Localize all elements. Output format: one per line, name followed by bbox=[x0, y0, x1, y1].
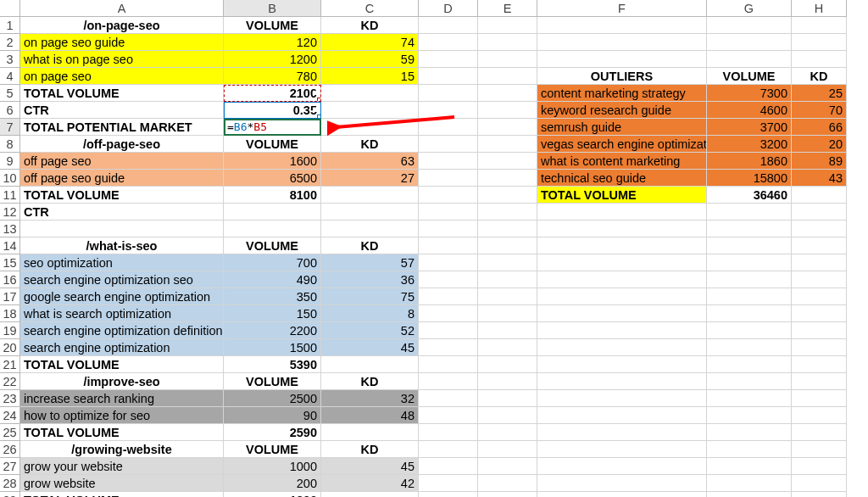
cell[interactable] bbox=[707, 17, 792, 34]
cell[interactable] bbox=[478, 153, 537, 170]
cell[interactable] bbox=[792, 373, 847, 390]
cell[interactable] bbox=[707, 322, 792, 339]
cell[interactable] bbox=[321, 85, 419, 102]
cell[interactable] bbox=[321, 204, 419, 221]
col-F[interactable]: F bbox=[537, 0, 707, 17]
cell[interactable] bbox=[478, 17, 537, 34]
row-17[interactable]: 17 bbox=[0, 288, 20, 305]
row-25[interactable]: 25 bbox=[0, 424, 20, 441]
cell[interactable]: 150 bbox=[224, 305, 321, 322]
cell[interactable] bbox=[478, 204, 537, 221]
cell[interactable] bbox=[537, 458, 707, 475]
row-19[interactable]: 19 bbox=[0, 322, 20, 339]
cell[interactable]: KD bbox=[321, 441, 419, 458]
cell[interactable]: 45 bbox=[321, 339, 419, 356]
cell[interactable] bbox=[707, 305, 792, 322]
cell[interactable] bbox=[419, 136, 478, 153]
cell[interactable]: /what-is-seo bbox=[20, 237, 224, 254]
cell[interactable] bbox=[707, 51, 792, 68]
cell[interactable] bbox=[478, 187, 537, 204]
cell[interactable] bbox=[792, 221, 847, 237]
cell[interactable]: 25 bbox=[792, 85, 847, 102]
cell[interactable] bbox=[707, 237, 792, 254]
row-15[interactable]: 15 bbox=[0, 254, 20, 271]
cell[interactable] bbox=[707, 458, 792, 475]
cell[interactable]: 48 bbox=[321, 407, 419, 424]
cell[interactable]: 3200 bbox=[707, 136, 792, 153]
cell[interactable] bbox=[792, 17, 847, 34]
row-8[interactable]: 8 bbox=[0, 136, 20, 153]
col-G[interactable]: G bbox=[707, 0, 792, 17]
cell[interactable] bbox=[419, 51, 478, 68]
cell[interactable] bbox=[419, 373, 478, 390]
cell[interactable]: VOLUME bbox=[224, 441, 321, 458]
cell[interactable]: VOLUME bbox=[224, 17, 321, 34]
cell[interactable] bbox=[419, 85, 478, 102]
cell[interactable] bbox=[419, 424, 478, 441]
cell[interactable]: 1200 bbox=[224, 492, 321, 497]
cell[interactable] bbox=[419, 271, 478, 288]
cell[interactable]: 63 bbox=[321, 153, 419, 170]
cell[interactable] bbox=[224, 204, 321, 221]
row-1[interactable]: 1 bbox=[0, 17, 20, 34]
col-D[interactable]: D bbox=[419, 0, 478, 17]
row-22[interactable]: 22 bbox=[0, 373, 20, 390]
cell[interactable]: search engine optimization definition bbox=[20, 322, 224, 339]
cell[interactable]: 6500 bbox=[224, 170, 321, 187]
cell[interactable]: on page seo bbox=[20, 68, 224, 85]
cell[interactable]: grow your website bbox=[20, 458, 224, 475]
cell[interactable]: 7300 bbox=[707, 85, 792, 102]
cell[interactable]: VOLUME bbox=[224, 136, 321, 153]
cell[interactable]: 2500 bbox=[224, 390, 321, 407]
cell[interactable] bbox=[419, 17, 478, 34]
cell[interactable]: TOTAL VOLUME bbox=[20, 424, 224, 441]
col-A[interactable]: A bbox=[20, 0, 224, 17]
cell[interactable]: 90 bbox=[224, 407, 321, 424]
cell[interactable]: 70 bbox=[792, 102, 847, 119]
cell[interactable] bbox=[537, 390, 707, 407]
cell[interactable]: off page seo bbox=[20, 153, 224, 170]
cell[interactable] bbox=[707, 254, 792, 271]
cell[interactable] bbox=[419, 221, 478, 237]
cell[interactable]: TOTAL POTENTIAL MARKET bbox=[20, 119, 224, 136]
cell[interactable]: on page seo guide bbox=[20, 34, 224, 51]
cell[interactable] bbox=[478, 221, 537, 237]
cell[interactable] bbox=[792, 305, 847, 322]
row-28[interactable]: 28 bbox=[0, 475, 20, 492]
cell[interactable]: how to optimize for seo bbox=[20, 407, 224, 424]
cell[interactable] bbox=[419, 119, 478, 136]
cell[interactable]: 36 bbox=[321, 271, 419, 288]
cell[interactable] bbox=[792, 356, 847, 373]
col-B[interactable]: B bbox=[224, 0, 321, 17]
cell[interactable] bbox=[419, 322, 478, 339]
cell[interactable]: 490 bbox=[224, 271, 321, 288]
cell[interactable]: search engine optimization seo bbox=[20, 271, 224, 288]
cell[interactable]: 3700 bbox=[707, 119, 792, 136]
cell-B7-editing[interactable]: =B6*B5 bbox=[224, 119, 321, 136]
cell[interactable] bbox=[419, 390, 478, 407]
cell[interactable] bbox=[792, 271, 847, 288]
cell[interactable]: 27 bbox=[321, 170, 419, 187]
row-2[interactable]: 2 bbox=[0, 34, 20, 51]
cell[interactable] bbox=[707, 339, 792, 356]
cell[interactable] bbox=[419, 170, 478, 187]
cell[interactable] bbox=[792, 458, 847, 475]
cell[interactable] bbox=[707, 373, 792, 390]
cell[interactable] bbox=[537, 17, 707, 34]
cell[interactable] bbox=[537, 407, 707, 424]
cell[interactable] bbox=[792, 237, 847, 254]
cell[interactable]: 32 bbox=[321, 390, 419, 407]
cell[interactable]: KD bbox=[792, 68, 847, 85]
cell[interactable] bbox=[419, 407, 478, 424]
cell[interactable]: 5390 bbox=[224, 356, 321, 373]
cell[interactable]: what is content marketing bbox=[537, 153, 707, 170]
cell[interactable] bbox=[321, 492, 419, 497]
cell[interactable] bbox=[537, 221, 707, 237]
cell[interactable]: 59 bbox=[321, 51, 419, 68]
cell[interactable]: VOLUME bbox=[707, 68, 792, 85]
cell[interactable]: KD bbox=[321, 373, 419, 390]
cell[interactable] bbox=[478, 356, 537, 373]
cell[interactable]: 74 bbox=[321, 34, 419, 51]
cell[interactable]: 42 bbox=[321, 475, 419, 492]
cell[interactable]: 780 bbox=[224, 68, 321, 85]
